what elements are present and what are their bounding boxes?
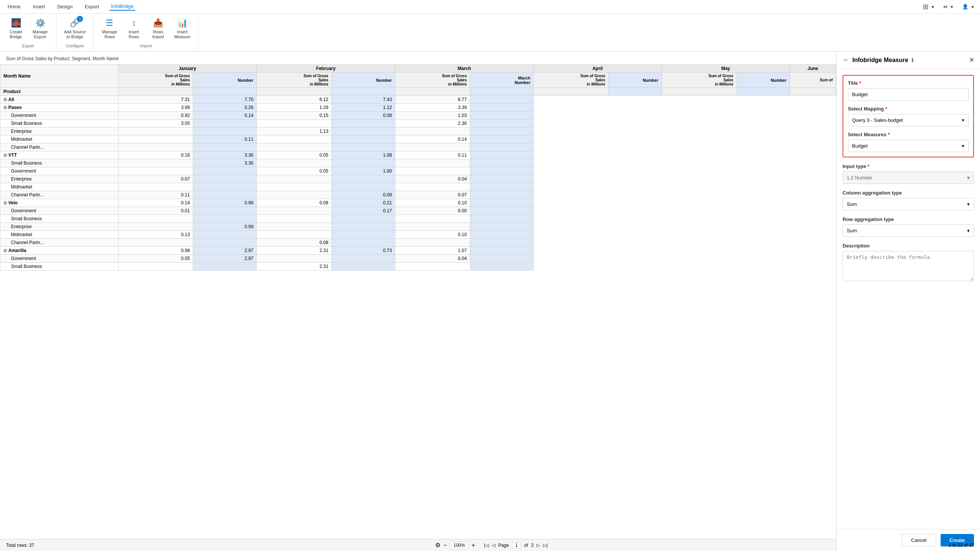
measures-select[interactable]: Budget ▾ xyxy=(848,140,969,152)
data-cell[interactable] xyxy=(332,255,395,263)
data-cell[interactable] xyxy=(332,143,395,151)
data-cell[interactable] xyxy=(470,135,533,143)
data-cell[interactable] xyxy=(332,119,395,127)
menu-design[interactable]: Design xyxy=(56,3,74,10)
data-cell[interactable] xyxy=(470,143,533,151)
data-cell[interactable]: 0.14 xyxy=(193,112,257,119)
data-cell[interactable]: 0.17 xyxy=(332,207,395,215)
data-cell[interactable]: 0.21 xyxy=(332,199,395,207)
rows-import-button[interactable]: 📥 RowsImport xyxy=(146,17,169,41)
layout-dropdown[interactable]: ▾ xyxy=(950,4,953,10)
panel-back-icon[interactable]: ← xyxy=(843,56,850,64)
data-cell[interactable] xyxy=(193,239,257,247)
table-container[interactable]: Month Name January February March April … xyxy=(0,64,836,539)
zoom-decrease[interactable]: − xyxy=(444,542,447,549)
data-cell[interactable]: 0.73 xyxy=(332,247,395,255)
data-cell[interactable] xyxy=(470,151,533,159)
data-cell[interactable] xyxy=(470,127,533,135)
manage-export-button[interactable]: ⚙️ ManageExport xyxy=(29,17,51,41)
panel-close-icon[interactable]: ✕ xyxy=(969,56,974,64)
data-cell[interactable] xyxy=(470,207,533,215)
page-current[interactable]: 1 xyxy=(512,542,522,549)
data-cell[interactable] xyxy=(332,223,395,231)
panel-info-icon[interactable]: ℹ xyxy=(912,57,913,63)
data-cell[interactable] xyxy=(470,191,533,199)
data-cell[interactable] xyxy=(332,175,395,183)
dropdown-icon[interactable]: ▾ xyxy=(932,4,934,10)
user-dropdown[interactable]: ▾ xyxy=(971,4,974,10)
view-icon[interactable]: ⊞ xyxy=(923,3,929,11)
insert-rows-button[interactable]: ↕️ InsertRows xyxy=(123,17,145,41)
data-cell[interactable] xyxy=(193,191,257,199)
data-cell[interactable] xyxy=(193,175,257,183)
data-cell[interactable]: 0.08 xyxy=(332,112,395,119)
expand-icon[interactable]: ⊟ xyxy=(3,200,7,205)
expand-icon[interactable]: ⊟ xyxy=(3,97,7,102)
data-cell[interactable]: 0.26 xyxy=(193,104,257,112)
title-input[interactable] xyxy=(848,88,969,101)
data-cell[interactable] xyxy=(470,239,533,247)
data-cell[interactable] xyxy=(332,159,395,167)
data-cell[interactable] xyxy=(470,247,533,255)
cancel-button[interactable]: Cancel xyxy=(902,534,936,546)
data-cell[interactable] xyxy=(332,135,395,143)
data-cell[interactable] xyxy=(193,207,257,215)
data-cell[interactable] xyxy=(470,199,533,207)
data-cell[interactable] xyxy=(332,183,395,191)
first-page[interactable]: |◁ xyxy=(484,543,489,548)
data-cell[interactable] xyxy=(470,231,533,239)
expand-icon[interactable]: ⊟ xyxy=(3,105,7,110)
data-cell[interactable]: 0.99 xyxy=(193,223,257,231)
data-cell[interactable]: 3.36 xyxy=(193,151,257,159)
data-cell[interactable]: 0.11 xyxy=(193,135,257,143)
zoom-increase[interactable]: + xyxy=(471,542,475,549)
layout-icon[interactable]: ⇔ xyxy=(943,4,947,10)
data-cell[interactable] xyxy=(193,167,257,175)
settings-icon[interactable]: ⚙ xyxy=(435,541,441,549)
data-cell[interactable]: 0.08 xyxy=(332,191,395,199)
col-agg-select[interactable]: Sum ▾ xyxy=(843,198,974,210)
input-type-select[interactable]: 1.2 Number ▾ xyxy=(843,171,974,184)
data-cell[interactable] xyxy=(332,239,395,247)
data-cell[interactable]: 1.08 xyxy=(332,151,395,159)
menu-export[interactable]: Export xyxy=(83,3,101,10)
data-cell[interactable]: 1.12 xyxy=(332,104,395,112)
add-source-button[interactable]: 🔗 1 Add Sourceto Bridge xyxy=(61,17,89,41)
user-icon[interactable]: 👤 xyxy=(962,4,968,10)
mapping-select[interactable]: Query 3 - Sales-budget ▾ xyxy=(848,114,969,126)
expand-icon[interactable]: ⊟ xyxy=(3,248,7,253)
data-cell[interactable]: 3.36 xyxy=(193,159,257,167)
manage-rows-button[interactable]: ☰ ManageRows xyxy=(98,17,121,41)
create-bridge-button[interactable]: 🌉 CreateBridge xyxy=(5,17,27,41)
data-cell[interactable]: 0.99 xyxy=(193,199,257,207)
data-cell[interactable]: 2.97 xyxy=(193,255,257,263)
data-cell[interactable] xyxy=(470,119,533,127)
data-cell[interactable]: 1.00 xyxy=(332,167,395,175)
data-cell[interactable] xyxy=(332,127,395,135)
menu-infobridge[interactable]: InfoBridge xyxy=(110,3,135,11)
data-cell[interactable] xyxy=(193,215,257,223)
last-page[interactable]: ▷| xyxy=(543,543,547,548)
data-cell[interactable] xyxy=(193,143,257,151)
description-textarea[interactable] xyxy=(843,251,974,281)
data-cell[interactable] xyxy=(193,119,257,127)
data-cell[interactable] xyxy=(332,231,395,239)
data-cell[interactable] xyxy=(470,215,533,223)
row-agg-select[interactable]: Sum ▾ xyxy=(843,224,974,237)
data-cell[interactable]: 7.43 xyxy=(332,96,395,104)
data-cell[interactable] xyxy=(470,223,533,231)
expand-icon[interactable]: ⊟ xyxy=(3,153,7,158)
data-cell[interactable] xyxy=(193,127,257,135)
data-cell[interactable] xyxy=(332,263,395,271)
data-cell[interactable] xyxy=(470,96,533,104)
data-cell[interactable] xyxy=(193,263,257,271)
next-page[interactable]: ▷ xyxy=(536,543,540,548)
menu-insert[interactable]: Insert xyxy=(32,3,47,10)
insert-measure-button[interactable]: 📊 InsertMeasure xyxy=(171,17,194,41)
data-cell[interactable] xyxy=(193,183,257,191)
menu-home[interactable]: Home xyxy=(6,3,22,10)
data-cell[interactable] xyxy=(470,183,533,191)
data-cell[interactable] xyxy=(470,255,533,263)
data-cell[interactable] xyxy=(193,231,257,239)
prev-page[interactable]: ◁ xyxy=(492,543,495,548)
